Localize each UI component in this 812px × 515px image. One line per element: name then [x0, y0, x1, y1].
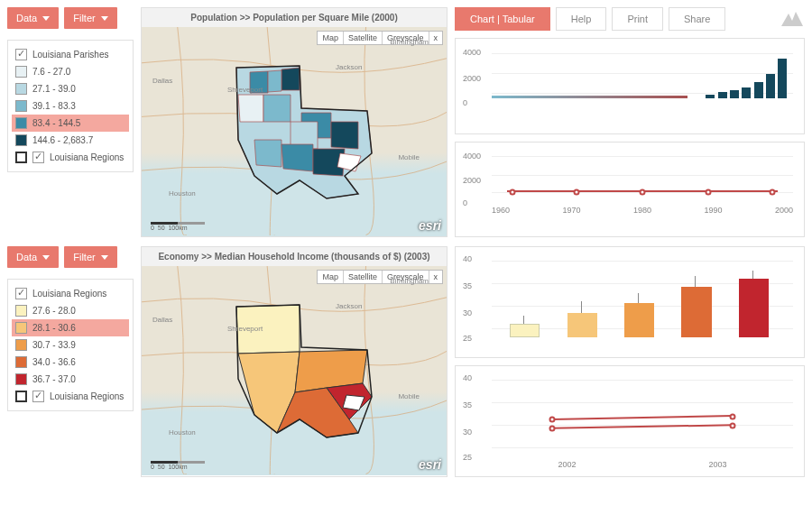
legend-label: 34.0 - 36.6 [32, 357, 76, 367]
ytick: 4000 [463, 152, 481, 161]
map-type-map[interactable]: Map [318, 32, 343, 44]
bar [510, 324, 540, 337]
errorbar [638, 293, 639, 303]
point [730, 414, 736, 420]
bar [754, 82, 763, 98]
ytick: 2000 [463, 74, 481, 83]
bar [706, 95, 715, 98]
point [769, 189, 775, 195]
map-title: Economy >> Median Household Income (thou… [142, 247, 447, 266]
tab-chart-tabular[interactable]: Chart | Tabular [455, 7, 550, 31]
errorbar [752, 271, 753, 279]
scalebar: 0 50 100km [151, 461, 205, 470]
scalebar: 0 50 100km [151, 222, 205, 231]
label: Filter [73, 252, 95, 262]
louisiana-regions [227, 298, 390, 451]
legend-label: 27.1 - 39.0 [32, 84, 76, 94]
legend-label: 28.1 - 30.6 [32, 323, 76, 333]
point [549, 417, 555, 423]
bar [718, 92, 727, 98]
swatch [15, 373, 27, 385]
point [510, 189, 516, 195]
bar [730, 90, 739, 98]
legend-label: 7.6 - 27.0 [32, 67, 70, 77]
city-label: Shreveport [227, 325, 263, 333]
swatch [15, 322, 27, 334]
swatch [15, 66, 27, 78]
errorbar [695, 276, 696, 288]
checkbox-icon[interactable] [32, 152, 44, 163]
city-label: Dallas [152, 316, 172, 324]
checkbox-icon[interactable] [15, 288, 27, 299]
data-button[interactable]: Data [7, 7, 59, 29]
map-canvas[interactable]: Map Satellite Greyscale x Birmingham Jac… [142, 27, 447, 236]
chart-income-trend: 40 35 30 25 2002 2003 [455, 365, 805, 477]
point [640, 189, 646, 195]
legend-label: 30.7 - 33.9 [32, 340, 76, 350]
city-label: Mobile [398, 153, 420, 161]
ytick: 25 [463, 334, 472, 343]
data-button[interactable]: Data [7, 246, 59, 268]
ytick: 30 [463, 308, 472, 317]
point [706, 189, 712, 195]
ytick: 35 [463, 400, 472, 409]
legend-footer: Louisiana Regions [50, 391, 124, 401]
legend-label: 36.7 - 37.0 [32, 374, 76, 384]
checkbox-icon[interactable] [15, 49, 27, 60]
city-label: Dallas [152, 77, 172, 85]
errorbar [581, 301, 582, 313]
legend-label: 144.6 - 2,683.7 [32, 135, 93, 145]
label: Data [16, 13, 37, 23]
legend-title: Louisiana Regions [32, 289, 106, 299]
tab-share[interactable]: Share [669, 7, 725, 31]
label: Filter [73, 13, 95, 23]
city-label: Birmingham [390, 277, 429, 285]
chart-income-bars: 40 35 30 25 [455, 246, 805, 358]
map-type-satellite[interactable]: Satellite [343, 32, 382, 44]
xtick: 2000 [775, 206, 793, 215]
region-outline-swatch [15, 391, 27, 402]
swatch [15, 339, 27, 351]
point [549, 426, 555, 432]
bar [766, 74, 775, 98]
map-close[interactable]: x [429, 32, 443, 44]
tab-help[interactable]: Help [556, 7, 607, 31]
city-label: Houston [169, 189, 196, 198]
xtick: 2003 [708, 460, 726, 469]
louisiana-choropleth [227, 59, 390, 212]
bar [567, 313, 597, 337]
map-panel: Economy >> Median Household Income (thou… [141, 246, 448, 477]
city-label: Houston [169, 428, 196, 437]
map-type-satellite[interactable]: Satellite [343, 271, 382, 283]
ytick: 2000 [463, 176, 481, 185]
point [573, 189, 579, 195]
tab-print[interactable]: Print [612, 7, 663, 31]
chart-density-trend: 4000 2000 0 1960 1970 1980 1990 [455, 142, 805, 238]
city-label: Shreveport [227, 86, 263, 94]
xtick: 1970 [562, 206, 580, 215]
bar [778, 59, 787, 98]
legend-label: 39.1 - 83.3 [32, 101, 76, 111]
checkbox-icon[interactable] [32, 391, 44, 402]
map-canvas[interactable]: Map Satellite Greyscale x Birmingham Jac… [142, 266, 447, 475]
map-close[interactable]: x [429, 271, 443, 283]
bar [742, 87, 751, 98]
ytick: 0 [463, 198, 467, 207]
legend-title: Louisiana Parishes [32, 50, 109, 60]
map-title: Population >> Population per Square Mile… [142, 8, 447, 27]
city-label: Mobile [398, 392, 420, 400]
ytick: 4000 [463, 48, 481, 57]
filter-button[interactable]: Filter [64, 246, 116, 268]
ytick: 25 [463, 453, 472, 462]
xtick: 1960 [492, 206, 510, 215]
label: Data [16, 252, 37, 262]
swatch [15, 305, 27, 317]
brand-logo-icon [780, 10, 805, 28]
bar [739, 279, 769, 337]
xtick: 1990 [704, 206, 722, 215]
caret-down-icon [101, 255, 108, 260]
legend-label: 27.6 - 28.0 [32, 306, 76, 316]
filter-button[interactable]: Filter [64, 7, 116, 29]
map-type-map[interactable]: Map [318, 271, 343, 283]
esri-attribution: esri [419, 457, 441, 472]
